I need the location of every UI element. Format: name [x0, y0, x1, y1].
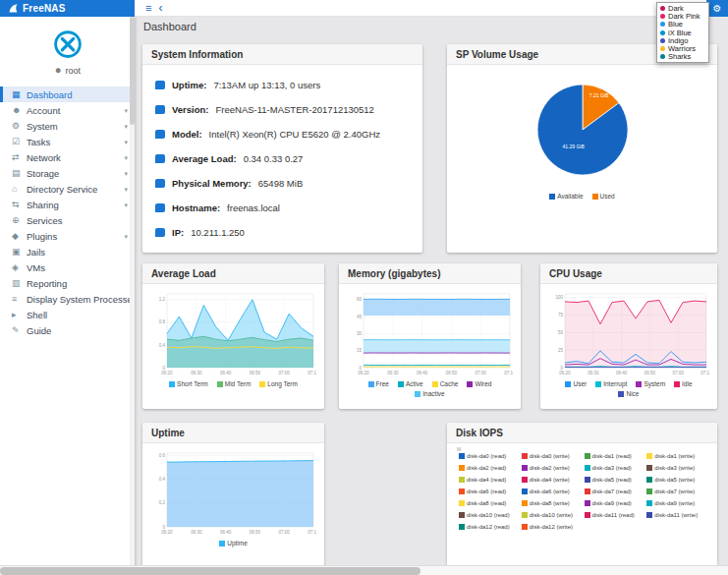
sidebar-item-guide[interactable]: ✎Guide: [0, 322, 135, 338]
sidebar-item-account[interactable]: ☻Account▾: [0, 102, 135, 118]
legend-item: Inactive: [415, 390, 444, 397]
svg-text:0: 0: [359, 366, 362, 371]
legend-item: disk-da10 (write): [522, 512, 581, 518]
legend-swatch: [585, 512, 590, 518]
uptime-card: Uptime 00.20.40.606:2006:3006:4006:5007:…: [142, 423, 324, 568]
sidebar-item-plugins[interactable]: ◆Plugins▾: [0, 228, 135, 244]
legend-swatch: [674, 381, 680, 387]
legend-label: disk-da9 (read): [592, 500, 632, 506]
sysinfo-value: 65498 MiB: [258, 178, 303, 189]
card-title: Average Load: [142, 263, 324, 284]
sysinfo-row: Physical Memory:65498 MiB: [155, 174, 410, 192]
system-icon: ⚙: [12, 122, 27, 131]
svg-text:06:40: 06:40: [220, 371, 232, 375]
nav-label: Account: [27, 105, 124, 116]
sidebar-item-tasks[interactable]: ☑Tasks▾: [0, 134, 135, 149]
svg-text:06:50: 06:50: [250, 530, 261, 535]
legend-label: disk-da1 (write): [654, 453, 695, 459]
legend-swatch: [459, 500, 465, 506]
user-row[interactable]: ☻ root: [54, 66, 81, 76]
svg-text:06:50: 06:50: [644, 371, 656, 375]
legend-item: disk-da2 (write): [522, 465, 581, 471]
legend-swatch: [522, 477, 528, 483]
legend-item: Long Term: [259, 380, 298, 387]
legend-swatch: [459, 524, 465, 530]
theme-color-dot: [660, 54, 665, 59]
collapse-icon[interactable]: ‹: [158, 2, 162, 14]
legend-label: disk-da5 (write): [654, 477, 695, 483]
svg-text:0.2: 0.2: [159, 500, 166, 505]
menu-toggle-icon[interactable]: ≡: [145, 3, 151, 14]
theme-item-sharks[interactable]: Sharks: [660, 53, 705, 61]
legend-swatch: [522, 512, 528, 518]
legend-swatch: [646, 465, 652, 471]
sidebar-scrollbar[interactable]: [130, 17, 135, 575]
sidebar-item-sharing[interactable]: ⇆Sharing▾: [0, 197, 135, 212]
svg-text:0.4: 0.4: [159, 477, 166, 482]
chevron-down-icon: ▾: [124, 123, 128, 130]
legend-item: disk-da6 (read): [459, 489, 518, 494]
system-information-body: Uptime:7:13AM up 13:13, 0 users Version:…: [142, 65, 422, 241]
legend-swatch: [459, 489, 465, 494]
sysinfo-value: FreeNAS-11-MASTER-201712130512: [216, 104, 374, 115]
sidebar-item-system[interactable]: ⚙System▾: [0, 118, 135, 134]
sysinfo-label: Model:: [172, 129, 202, 140]
sidebar-item-jails[interactable]: ▣Jails: [0, 244, 135, 259]
sidebar-item-storage[interactable]: ▤Storage▾: [0, 165, 135, 181]
brand[interactable]: FreeNAS: [0, 0, 135, 17]
legend-label: Free: [376, 380, 389, 387]
svg-text:15: 15: [357, 348, 363, 353]
tasks-icon: ☑: [12, 138, 27, 146]
scrollbar-thumb[interactable]: [130, 17, 135, 125]
svg-text:100: 100: [555, 295, 563, 300]
legend-label: Cache: [440, 380, 459, 387]
sidebar-item-services[interactable]: ⊕Services: [0, 212, 135, 228]
svg-text:0.6: 0.6: [159, 453, 166, 458]
sidebar-item-shell[interactable]: ▸Shell: [0, 307, 135, 322]
legend-label: Uptime: [227, 540, 248, 546]
sysinfo-value: freenas.local: [227, 202, 280, 213]
svg-text:07:10: 07:10: [504, 371, 513, 375]
chevron-down-icon: ▾: [124, 170, 128, 177]
sidebar-item-network[interactable]: ⇄Network▾: [0, 149, 135, 165]
reporting-icon: ▥: [12, 279, 27, 288]
legend-label: disk-da2 (write): [530, 465, 570, 471]
legend-label: disk-da10 (read): [467, 512, 510, 518]
legend-item: disk-da8 (write): [522, 500, 581, 506]
info-tag-icon: [155, 154, 165, 163]
svg-text:30: 30: [357, 331, 363, 336]
sidebar-item-dashboard[interactable]: ▦Dashboard: [0, 86, 135, 102]
uptime-body: 00.20.40.606:2006:3006:4006:5007:0007:10…: [142, 443, 324, 546]
info-tag-icon: [155, 179, 165, 188]
chart-legend: Uptime: [219, 540, 248, 546]
legend-label: Mid Term: [225, 380, 252, 387]
nav-label: Shell: [27, 310, 135, 320]
legend-swatch: [368, 381, 374, 387]
legend-item: disk-da10 (read): [459, 512, 518, 518]
legend-item: disk-da3 (read): [585, 465, 644, 471]
legend-label: disk-da6 (write): [530, 489, 570, 494]
account-icon: ☻: [12, 106, 27, 115]
svg-text:06:40: 06:40: [220, 530, 232, 535]
scrollbar-thumb[interactable]: [0, 567, 420, 575]
legend-item: Cache: [432, 380, 459, 387]
svg-text:06:50: 06:50: [250, 371, 261, 375]
sysinfo-label: Physical Memory:: [172, 178, 252, 189]
svg-text:06:20: 06:20: [559, 371, 571, 375]
horizontal-scrollbar[interactable]: [0, 565, 728, 575]
sidebar-item-display-system-processes[interactable]: ≡Display System Processes: [0, 291, 135, 307]
settings-gear-button[interactable]: ⚙: [706, 0, 728, 17]
sidebar-item-vms[interactable]: ◈VMs: [0, 259, 135, 275]
legend-item: disk-da0 (read): [459, 453, 518, 459]
legend-item: disk-da5 (read): [585, 477, 644, 483]
sidebar-item-reporting[interactable]: ▥Reporting: [0, 275, 135, 291]
sysinfo-row: Hostname:freenas.local: [155, 199, 410, 216]
theme-color-dot: [660, 38, 665, 43]
svg-text:0: 0: [560, 366, 563, 371]
sysinfo-label: Average Load:: [172, 153, 237, 164]
chevron-down-icon: ▾: [124, 154, 128, 161]
sidebar-item-directory-service[interactable]: ⌂Directory Service▾: [0, 181, 135, 197]
svg-text:25: 25: [558, 348, 564, 353]
legend-swatch: [522, 489, 528, 494]
svg-text:0.8: 0.8: [159, 319, 166, 324]
